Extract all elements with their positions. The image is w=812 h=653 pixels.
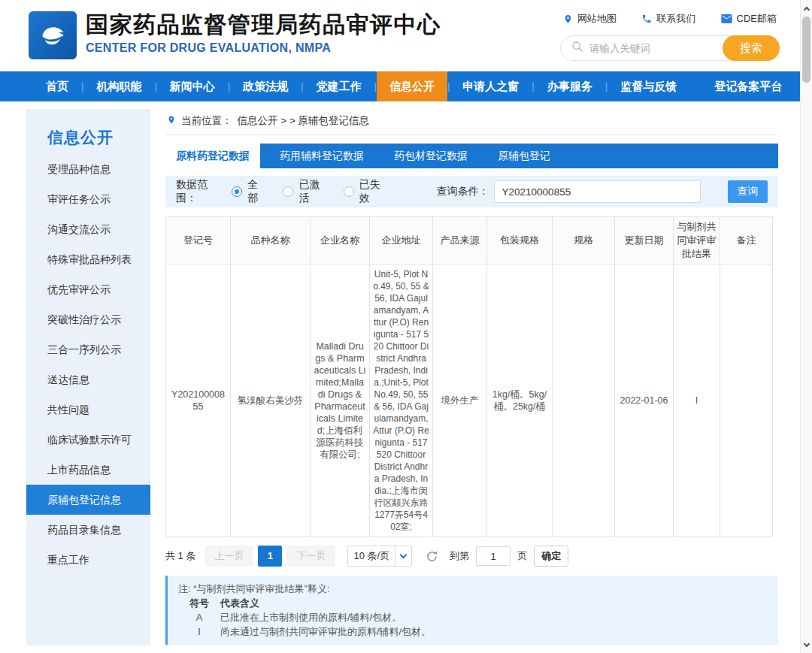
pagination-total: 共 1 条 xyxy=(165,549,195,563)
site-subtitle: CENTER FOR DRUG EVALUATION, NMPA xyxy=(86,41,441,55)
note-symbol: A xyxy=(178,610,220,624)
sidebar-title: 信息公开 xyxy=(26,109,150,154)
table-row: Y20210000855氢溴酸右美沙芬Malladi Drugs & Pharm… xyxy=(166,265,773,537)
note-rows: A已批准在上市制剂使用的原料/辅料/包材。I尚未通过与制剂共同审评审批的原料/辅… xyxy=(178,610,766,639)
note-symbol-header: 符号 xyxy=(178,596,220,610)
note-row-0: A已批准在上市制剂使用的原料/辅料/包材。 xyxy=(178,610,766,624)
main-panel: 当前位置： 信息公开 > > 原辅包登记信息 原料药登记数据药用辅料登记数据药包… xyxy=(165,109,778,645)
scope-radio-1[interactable]: 已激活 xyxy=(283,178,323,205)
breadcrumb-path: 信息公开 > > 原辅包登记信息 xyxy=(238,114,370,128)
nav-item-9[interactable]: 登记备案平台 xyxy=(701,71,795,101)
nav-item-5[interactable]: 信息公开 xyxy=(377,71,447,101)
note-header-row: 符号 代表含义 xyxy=(178,596,766,610)
vertical-scrollbar[interactable] xyxy=(800,0,812,653)
sidebar-item-4[interactable]: 优先审评公示 xyxy=(26,274,150,304)
refresh-icon[interactable] xyxy=(424,549,439,564)
cde-logo[interactable] xyxy=(29,11,77,59)
main-nav: 首页|机构职能|新闻中心|政策法规|党建工作|信息公开|申请人之窗|办事服务|监… xyxy=(0,71,800,101)
table-cell-9 xyxy=(720,265,773,537)
sidebar-item-7[interactable]: 送达信息 xyxy=(26,364,150,395)
scope-radio-2[interactable]: 已失效 xyxy=(344,178,384,205)
sidebar-item-10[interactable]: 上市药品信息 xyxy=(26,455,150,485)
nav-item-8[interactable]: 监督与反馈 xyxy=(607,71,689,101)
sidebar-item-12[interactable]: 药品目录集信息 xyxy=(26,515,150,545)
nav-item-0[interactable]: 首页 xyxy=(33,71,81,101)
scope-radio-0[interactable]: 全部 xyxy=(232,178,263,205)
goto-page-input[interactable] xyxy=(476,546,511,566)
scroll-up-icon[interactable] xyxy=(801,2,812,14)
sidebar-item-6[interactable]: 三合一序列公示 xyxy=(26,334,150,364)
confirm-button[interactable]: 确定 xyxy=(534,546,568,567)
sidebar-item-9[interactable]: 临床试验默示许可 xyxy=(26,425,150,455)
tab-2[interactable]: 药包材登记数据 xyxy=(383,144,478,168)
sidebar-item-13[interactable]: 重点工作 xyxy=(26,545,150,575)
header-quick-link-0[interactable]: 网站地图 xyxy=(563,12,617,26)
tab-0[interactable]: 原料药登记数据 xyxy=(165,144,260,168)
scrollbar-thumb[interactable] xyxy=(802,17,810,83)
sidebar-item-0[interactable]: 受理品种信息 xyxy=(26,154,150,184)
column-header-5: 包装规格 xyxy=(487,217,553,265)
search-button[interactable]: 搜索 xyxy=(723,35,780,61)
sidebar-item-3[interactable]: 特殊审批品种列表 xyxy=(26,244,150,274)
query-input[interactable] xyxy=(494,180,701,203)
scope-radio-group: 全部已激活已失效 xyxy=(232,178,383,205)
site-titles: 国家药品监督管理局药品审评中心 CENTER FOR DRUG EVALUATI… xyxy=(86,11,441,55)
goto-page-label: 到第 xyxy=(450,549,469,563)
page-number-button[interactable]: 1 xyxy=(258,546,282,567)
radio-icon xyxy=(232,186,242,197)
table-cell-5: 1kg/桶。5kg/桶。25kg/桶 xyxy=(487,265,553,537)
nav-item-1[interactable]: 机构职能 xyxy=(83,71,154,101)
page-size-select[interactable]: 10 条/页 xyxy=(347,546,412,567)
table-cell-3: Unit-5, Plot No.49, 50, 55 & 56, IDA Gaj… xyxy=(370,265,433,537)
note-row-1: I尚未通过与制剂共同审评审批的原料/辅料/包材。 xyxy=(178,624,766,639)
nav-item-2[interactable]: 新闻中心 xyxy=(157,71,228,101)
note-meaning: 尚未通过与制剂共同审评审批的原料/辅料/包材。 xyxy=(220,624,766,639)
nav-item-7[interactable]: 办事服务 xyxy=(535,71,605,101)
sidebar: 信息公开 受理品种信息审评任务公示沟通交流公示特殊审批品种列表优先审评公示突破性… xyxy=(26,109,150,645)
search-icon xyxy=(571,41,583,56)
table-cell-4: 境外生产 xyxy=(433,265,487,537)
nav-item-6[interactable]: 申请人之窗 xyxy=(450,71,532,101)
note-title: 注: “与制剂共同审评审批结果”释义: xyxy=(178,582,766,596)
nav-item-4[interactable]: 党建工作 xyxy=(304,71,374,101)
sidebar-item-5[interactable]: 突破性治疗公示 xyxy=(26,304,150,334)
site-search: 搜索 xyxy=(560,35,780,61)
header-quick-link-label: 联系我们 xyxy=(656,12,695,26)
filter-bar: 数据范围： 全部已激活已失效 查询条件： 查询 xyxy=(165,176,778,207)
search-input[interactable] xyxy=(589,43,719,54)
breadcrumb: 当前位置： 信息公开 > > 原辅包登记信息 xyxy=(165,109,778,135)
sidebar-item-1[interactable]: 审评任务公示 xyxy=(26,184,150,214)
header-quick-link-2[interactable]: CDE邮箱 xyxy=(721,12,777,26)
page: 国家药品监督管理局药品审评中心 CENTER FOR DRUG EVALUATI… xyxy=(0,0,812,653)
tab-1[interactable]: 药用辅料登记数据 xyxy=(269,144,374,168)
header-quick-link-label: 网站地图 xyxy=(577,12,617,26)
prev-page-button[interactable]: 上一页 xyxy=(205,546,253,567)
note-symbol: I xyxy=(178,624,220,639)
sidebar-item-2[interactable]: 沟通交流公示 xyxy=(26,214,150,244)
column-header-4: 产品来源 xyxy=(433,217,487,265)
breadcrumb-divider xyxy=(165,135,778,135)
chevron-down-icon[interactable] xyxy=(395,546,411,566)
table-cell-7: 2022-01-06 xyxy=(615,265,674,537)
page-size-value: 10 条/页 xyxy=(348,549,395,563)
tab-3[interactable]: 原辅包登记 xyxy=(487,144,561,168)
query-button[interactable]: 查询 xyxy=(728,180,768,203)
header-quick-link-1[interactable]: 联系我们 xyxy=(641,12,695,26)
table-cell-2: Malladi Drugs & Pharmaceuticals Limited;… xyxy=(311,265,370,537)
sidebar-item-8[interactable]: 共性问题 xyxy=(26,395,150,425)
column-header-0: 登记号 xyxy=(166,217,231,265)
table-cell-1: 氢溴酸右美沙芬 xyxy=(231,265,311,537)
sidebar-item-11[interactable]: 原辅包登记信息 xyxy=(26,485,150,515)
quick-links: 网站地图联系我们CDE邮箱 xyxy=(560,12,780,26)
next-page-button[interactable]: 下一页 xyxy=(286,546,335,567)
column-header-8: 与制剂共同审评审批结果 xyxy=(674,217,720,265)
note-meaning-header: 代表含义 xyxy=(220,596,766,610)
scroll-down-icon[interactable] xyxy=(801,639,812,651)
note-meaning: 已批准在上市制剂使用的原料/辅料/包材。 xyxy=(220,610,766,624)
mail-icon xyxy=(721,14,732,23)
header-quick-link-label: CDE邮箱 xyxy=(737,12,777,26)
location-pin-icon xyxy=(167,114,176,128)
site-title: 国家药品监督管理局药品审评中心 xyxy=(86,11,441,38)
scope-label: 数据范围： xyxy=(176,178,223,205)
nav-item-3[interactable]: 政策法规 xyxy=(230,71,301,101)
